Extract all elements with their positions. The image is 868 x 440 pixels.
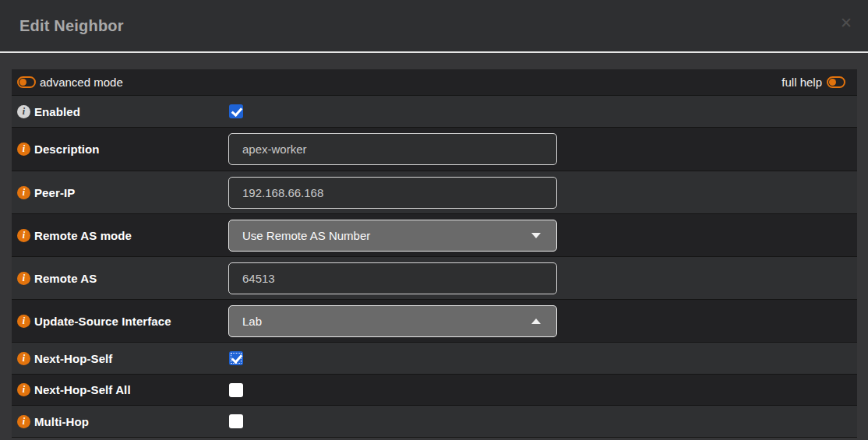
modal-body: advanced mode full help Enabled Descript…: [0, 53, 868, 440]
field-label: Update-Source Interface: [34, 315, 171, 328]
field-label: Remote AS mode: [34, 229, 132, 242]
field-label: Description: [34, 143, 100, 156]
selected-option: Use Remote AS Number: [242, 229, 370, 242]
form-row-multi-hop: Multi-Hop: [12, 406, 857, 438]
page-title: Edit Neighbor: [19, 17, 124, 35]
full-help-toggle-icon[interactable]: [827, 76, 845, 88]
info-icon[interactable]: [17, 352, 30, 365]
field-label: Multi-Hop: [34, 415, 89, 428]
update-source-interface-select[interactable]: Lab: [228, 305, 557, 337]
advanced-mode-label: advanced mode: [40, 76, 123, 89]
peer-ip-input[interactable]: [228, 177, 557, 209]
form-row-remote-as: Remote AS: [12, 257, 857, 300]
form-row-next-hop-self: Next-Hop-Self: [12, 343, 857, 375]
info-icon[interactable]: [17, 272, 30, 285]
form-row-next-hop-self-all: Next-Hop-Self All: [12, 375, 857, 406]
enabled-checkbox[interactable]: [229, 104, 243, 118]
multi-hop-checkbox[interactable]: [229, 414, 243, 428]
remote-as-input[interactable]: [228, 262, 557, 294]
selected-option: Lab: [242, 315, 262, 328]
next-hop-self-all-checkbox[interactable]: [229, 383, 243, 397]
advanced-mode-control[interactable]: advanced mode: [17, 76, 123, 89]
chevron-up-icon: [531, 319, 541, 324]
info-icon[interactable]: [17, 415, 30, 428]
info-icon[interactable]: [17, 315, 30, 328]
remote-as-mode-select[interactable]: Use Remote AS Number: [228, 220, 557, 252]
close-icon[interactable]: ✕: [840, 16, 852, 30]
info-icon[interactable]: [17, 143, 30, 156]
field-label: Next-Hop-Self All: [34, 383, 131, 396]
field-label: Enabled: [34, 105, 80, 118]
edit-neighbor-modal: Edit Neighbor ✕ advanced mode full help …: [0, 0, 868, 440]
form-row-enabled: Enabled: [12, 96, 857, 128]
field-label: Remote AS: [34, 272, 97, 285]
info-icon[interactable]: [17, 383, 30, 396]
advanced-mode-toggle-icon[interactable]: [17, 76, 36, 88]
toolbar-row: advanced mode full help: [12, 69, 857, 96]
modal-header: Edit Neighbor ✕: [0, 0, 868, 53]
next-hop-self-checkbox[interactable]: [229, 351, 243, 365]
info-icon[interactable]: [17, 186, 30, 199]
form-row-peer-ip: Peer-IP: [12, 171, 857, 214]
info-icon[interactable]: [17, 105, 30, 118]
full-help-control[interactable]: full help: [782, 76, 857, 89]
full-help-label: full help: [782, 76, 822, 89]
chevron-down-icon: [531, 233, 541, 238]
form-row-update-source-interface: Update-Source Interface Lab: [12, 300, 857, 343]
field-label: Next-Hop-Self: [34, 352, 112, 365]
description-input[interactable]: [228, 133, 557, 165]
form-row-remote-as-mode: Remote AS mode Use Remote AS Number: [12, 214, 857, 257]
field-label: Peer-IP: [34, 186, 75, 199]
info-icon[interactable]: [17, 229, 30, 242]
form-row-description: Description: [12, 128, 857, 171]
